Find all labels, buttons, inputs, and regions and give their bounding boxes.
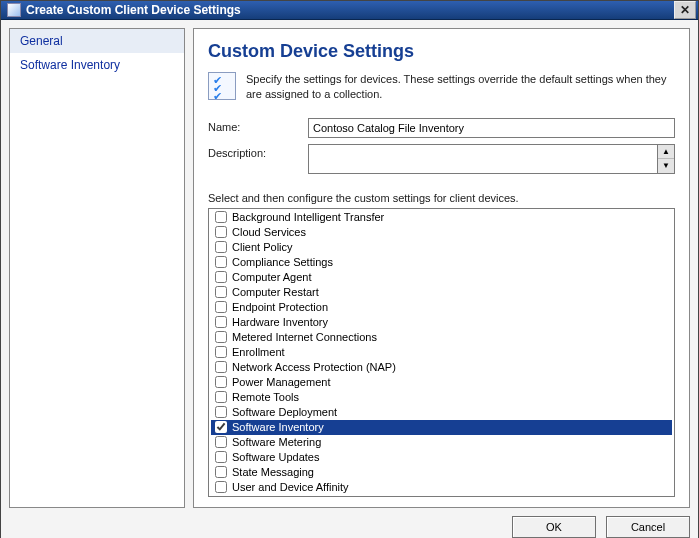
settings-item[interactable]: Endpoint Protection [211, 300, 672, 315]
settings-item[interactable]: Enrollment [211, 345, 672, 360]
settings-item[interactable]: Software Metering [211, 435, 672, 450]
settings-item-label: Software Deployment [232, 406, 337, 418]
settings-item[interactable]: Computer Agent [211, 270, 672, 285]
close-button[interactable]: ✕ [674, 1, 696, 19]
nav-item-general[interactable]: General [10, 29, 184, 53]
settings-item-checkbox[interactable] [215, 481, 227, 493]
settings-item-label: Software Metering [232, 436, 321, 448]
settings-item[interactable]: Cloud Services [211, 225, 672, 240]
settings-item[interactable]: Metered Internet Connections [211, 330, 672, 345]
name-row: Name: [208, 118, 675, 138]
dialog-window: Create Custom Client Device Settings ✕ G… [0, 0, 699, 538]
settings-item[interactable]: Power Management [211, 375, 672, 390]
settings-item[interactable]: Remote Tools [211, 390, 672, 405]
settings-item-checkbox[interactable] [215, 316, 227, 328]
description-row: Description: ▲ ▼ [208, 144, 675, 174]
name-input[interactable] [308, 118, 675, 138]
intro-text: Specify the settings for devices. These … [246, 72, 675, 102]
settings-item[interactable]: Hardware Inventory [211, 315, 672, 330]
settings-item[interactable]: Background Intelligent Transfer [211, 210, 672, 225]
intro-row: ✔ ✔ ✔ Specify the settings for devices. … [208, 72, 675, 102]
settings-item-label: Hardware Inventory [232, 316, 328, 328]
titlebar[interactable]: Create Custom Client Device Settings ✕ [1, 1, 698, 20]
settings-item[interactable]: User and Device Affinity [211, 480, 672, 495]
settings-item-label: Software Inventory [232, 421, 324, 433]
client-area: GeneralSoftware Inventory Custom Device … [1, 20, 698, 538]
settings-item-label: User and Device Affinity [232, 481, 349, 493]
settings-item-checkbox[interactable] [215, 451, 227, 463]
settings-item[interactable]: Client Policy [211, 240, 672, 255]
close-icon: ✕ [680, 3, 690, 17]
settings-item-checkbox[interactable] [215, 331, 227, 343]
settings-item-label: Enrollment [232, 346, 285, 358]
settings-item-checkbox[interactable] [215, 301, 227, 313]
settings-item[interactable]: Computer Restart [211, 285, 672, 300]
settings-item-label: Client Policy [232, 241, 293, 253]
settings-item-checkbox[interactable] [215, 466, 227, 478]
settings-item-label: Endpoint Protection [232, 301, 328, 313]
page-title: Custom Device Settings [208, 41, 675, 62]
settings-item-checkbox[interactable] [215, 361, 227, 373]
settings-list-label: Select and then configure the custom set… [208, 192, 675, 204]
settings-item-checkbox[interactable] [215, 256, 227, 268]
settings-item-label: Computer Agent [232, 271, 312, 283]
settings-list[interactable]: Background Intelligent TransferCloud Ser… [208, 208, 675, 497]
scroll-up-button[interactable]: ▲ [658, 145, 674, 160]
dialog-buttons: OK Cancel [9, 508, 690, 538]
settings-item[interactable]: State Messaging [211, 465, 672, 480]
settings-item-checkbox[interactable] [215, 391, 227, 403]
settings-item-label: Metered Internet Connections [232, 331, 377, 343]
settings-item-label: Computer Restart [232, 286, 319, 298]
settings-item-checkbox[interactable] [215, 406, 227, 418]
settings-item-label: Network Access Protection (NAP) [232, 361, 396, 373]
settings-item-checkbox[interactable] [215, 226, 227, 238]
description-input[interactable] [308, 144, 658, 174]
settings-item[interactable]: Software Deployment [211, 405, 672, 420]
nav-item-label: Software Inventory [20, 58, 120, 72]
checklist-icon: ✔ ✔ ✔ [208, 72, 236, 100]
settings-item-label: Compliance Settings [232, 256, 333, 268]
settings-item-checkbox[interactable] [215, 286, 227, 298]
nav-item-software-inventory[interactable]: Software Inventory [10, 53, 184, 77]
settings-item-checkbox[interactable] [215, 436, 227, 448]
settings-item-label: State Messaging [232, 466, 314, 478]
description-label: Description: [208, 144, 308, 159]
cancel-button[interactable]: Cancel [606, 516, 690, 538]
settings-item-checkbox[interactable] [215, 211, 227, 223]
settings-item-label: Background Intelligent Transfer [232, 211, 384, 223]
content-pane: Custom Device Settings ✔ ✔ ✔ Specify the… [193, 28, 690, 508]
nav-item-label: General [20, 34, 63, 48]
settings-item[interactable]: Network Access Protection (NAP) [211, 360, 672, 375]
window-title: Create Custom Client Device Settings [26, 3, 241, 17]
app-icon [7, 3, 21, 17]
settings-item-checkbox[interactable] [215, 241, 227, 253]
ok-button[interactable]: OK [512, 516, 596, 538]
description-scrollbar: ▲ ▼ [658, 144, 675, 174]
settings-item-checkbox[interactable] [215, 346, 227, 358]
name-label: Name: [208, 118, 308, 133]
settings-item[interactable]: Software Inventory [211, 420, 672, 435]
settings-item-label: Power Management [232, 376, 330, 388]
settings-item[interactable]: Software Updates [211, 450, 672, 465]
body-row: GeneralSoftware Inventory Custom Device … [9, 28, 690, 508]
settings-item-label: Remote Tools [232, 391, 299, 403]
scroll-down-button[interactable]: ▼ [658, 159, 674, 173]
settings-item-checkbox[interactable] [215, 421, 227, 433]
settings-item-checkbox[interactable] [215, 271, 227, 283]
settings-item[interactable]: Compliance Settings [211, 255, 672, 270]
settings-item-checkbox[interactable] [215, 376, 227, 388]
nav-pane: GeneralSoftware Inventory [9, 28, 185, 508]
settings-item-label: Cloud Services [232, 226, 306, 238]
settings-item-label: Software Updates [232, 451, 319, 463]
